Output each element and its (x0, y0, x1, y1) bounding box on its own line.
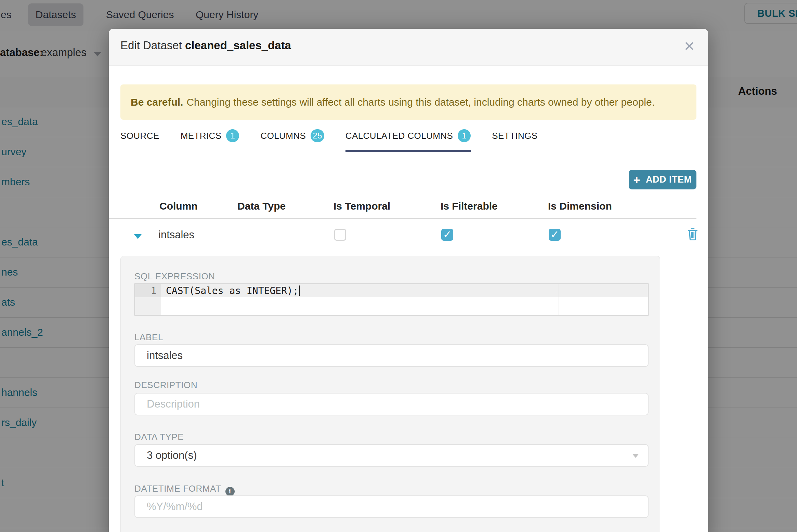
tab-label: CALCULATED COLUMNS (345, 131, 453, 141)
edit-dataset-modal: Edit Dataset cleaned_sales_data × Be car… (109, 29, 708, 532)
header-is-dimension: Is Dimension (548, 200, 612, 212)
chevron-down-icon (632, 454, 639, 458)
is-dimension-checkbox[interactable] (549, 229, 561, 241)
description-input[interactable]: Description (134, 393, 649, 415)
label-label: LABEL (134, 332, 163, 343)
info-icon: i (225, 487, 235, 496)
header-is-filterable: Is Filterable (441, 200, 498, 212)
tab-settings[interactable]: SETTINGS (492, 129, 537, 152)
header-column: Column (159, 200, 198, 212)
data-type-label: DATA TYPE (134, 432, 184, 442)
modal-tabs: SOURCE METRICS 1 COLUMNS 25 CALCULATED C… (120, 129, 537, 152)
screen: es Datasets Saved Queries Query History … (0, 0, 797, 532)
data-type-value: 3 option(s) (147, 449, 197, 462)
editor-line-number: 1 (135, 284, 161, 297)
delete-icon[interactable] (688, 228, 698, 242)
warning-bold: Be careful. (131, 96, 183, 108)
sql-expression-editor[interactable]: 1 CAST(Sales as INTEGER); (134, 283, 649, 316)
label-input[interactable]: intsales (134, 344, 649, 367)
tab-label: METRICS (181, 131, 222, 141)
count-badge: 1 (226, 129, 239, 142)
warning-banner: Be careful. Changing these settings will… (120, 84, 696, 120)
sql-expression-label: SQL EXPRESSION (134, 271, 215, 282)
add-item-label: ADD ITEM (646, 174, 692, 185)
column-detail-panel: SQL EXPRESSION 1 CAST(Sales as INTEGER);… (120, 256, 660, 532)
header-is-temporal: Is Temporal (334, 200, 390, 212)
datetime-format-placeholder: %Y/%m/%d (147, 501, 203, 513)
tab-label: COLUMNS (260, 131, 306, 141)
modal-title-dataset-name: cleaned_sales_data (185, 39, 291, 52)
editor-print-margin (559, 284, 559, 315)
warning-text: Changing these settings will affect all … (186, 96, 655, 108)
count-badge: 25 (311, 129, 324, 142)
header-data-type: Data Type (237, 200, 286, 212)
sql-code-text: CAST(Sales as INTEGER); (166, 285, 299, 296)
collapse-caret-icon[interactable] (134, 234, 142, 239)
tab-source[interactable]: SOURCE (120, 129, 159, 152)
column-name: intsales (158, 229, 194, 241)
table-row: intsales (109, 219, 696, 256)
modal-title-prefix: Edit Dataset (120, 39, 182, 52)
label-value: intsales (147, 349, 183, 362)
description-label: DESCRIPTION (134, 380, 197, 390)
datetime-format-label: DATETIME FORMATi (134, 483, 235, 496)
calculated-columns-header-row: Column Data Type Is Temporal Is Filterab… (109, 198, 685, 218)
close-icon[interactable]: × (684, 37, 694, 55)
count-badge: 1 (458, 129, 471, 142)
tab-label: SOURCE (120, 131, 159, 141)
is-temporal-checkbox[interactable] (334, 229, 346, 241)
data-type-select[interactable]: 3 option(s) (134, 444, 649, 467)
plus-icon: + (633, 174, 640, 186)
tab-metrics[interactable]: METRICS 1 (181, 129, 239, 152)
tabs-divider (120, 148, 696, 148)
tab-label: SETTINGS (492, 131, 537, 141)
is-filterable-checkbox[interactable] (441, 229, 453, 241)
tab-calculated-columns[interactable]: CALCULATED COLUMNS 1 (345, 129, 471, 152)
sql-code: CAST(Sales as INTEGER); (166, 285, 300, 296)
modal-title: Edit Dataset cleaned_sales_data (120, 39, 291, 52)
datetime-format-input[interactable]: %Y/%m/%d (134, 495, 649, 518)
text-cursor (299, 285, 300, 296)
add-item-button[interactable]: + ADD ITEM (629, 170, 696, 189)
datetime-format-label-text: DATETIME FORMAT (134, 483, 221, 494)
description-placeholder: Description (147, 398, 200, 410)
modal-header: Edit Dataset cleaned_sales_data × (109, 29, 708, 66)
tab-columns[interactable]: COLUMNS 25 (260, 129, 324, 152)
